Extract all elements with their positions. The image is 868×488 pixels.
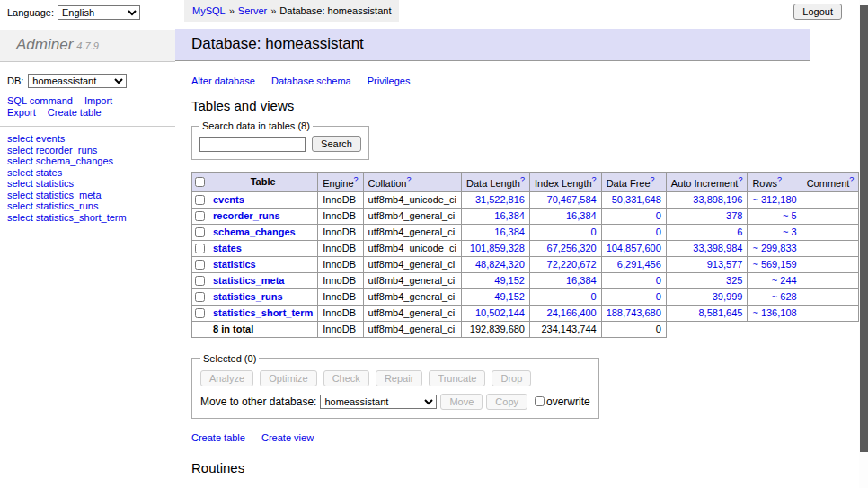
sidebar-item-select-recorder-runs[interactable]: select recorder_runs: [7, 145, 175, 156]
row-checkbox[interactable]: [195, 227, 205, 237]
row-checkbox[interactable]: [195, 244, 205, 253]
table-name-link[interactable]: statistics_runs: [213, 291, 283, 302]
index-length-link[interactable]: 0: [591, 291, 597, 302]
auto-increment-link[interactable]: 33,398,984: [693, 243, 742, 253]
sidebar-item-select-events[interactable]: select events: [7, 133, 175, 145]
row-checkbox[interactable]: [195, 292, 205, 302]
column-help-link[interactable]: ?: [406, 175, 411, 184]
data-length-link[interactable]: 101,859,328: [470, 243, 525, 253]
sidebar-item-select-statistics-runs[interactable]: select statistics_runs: [7, 200, 175, 212]
sidebar-item-select-statistics-meta[interactable]: select statistics_meta: [7, 190, 175, 201]
sidebar-create-table-link[interactable]: Create table: [48, 107, 102, 118]
column-help-link[interactable]: ?: [354, 175, 359, 184]
language-select[interactable]: English: [58, 5, 140, 20]
column-help-link[interactable]: ?: [651, 175, 655, 184]
logout-button[interactable]: Logout: [793, 4, 842, 20]
sidebar-item-select-schema-changes[interactable]: select schema_changes: [7, 155, 175, 167]
data-free-link[interactable]: 0: [656, 275, 661, 286]
search-button[interactable]: Search: [312, 136, 361, 152]
row-checkbox[interactable]: [195, 260, 205, 270]
column-help-link[interactable]: ?: [592, 175, 597, 184]
data-length-link[interactable]: 10,502,144: [475, 307, 525, 318]
auto-increment-link[interactable]: 913,577: [707, 259, 743, 270]
index-length-link[interactable]: 16,384: [566, 275, 597, 286]
table-name-link[interactable]: events: [213, 194, 244, 205]
auto-increment-link[interactable]: 378: [726, 210, 742, 221]
data-free-link[interactable]: 0: [656, 210, 661, 221]
select-all-checkbox[interactable]: [195, 177, 205, 187]
column-help-link[interactable]: ?: [738, 175, 742, 184]
data-free-link[interactable]: 188,743,680: [607, 307, 661, 318]
rows-estimate-link[interactable]: ~ 136,108: [752, 307, 796, 318]
index-length-link[interactable]: 72,220,672: [547, 259, 597, 270]
index-length-link[interactable]: 24,166,400: [547, 307, 597, 318]
sidebar-export-link[interactable]: Export: [7, 107, 36, 118]
check-button[interactable]: Check: [323, 370, 369, 386]
table-name-link[interactable]: schema_changes: [213, 226, 296, 237]
index-length-link[interactable]: 67,256,320: [547, 243, 597, 253]
data-free-link[interactable]: 6,291,456: [617, 259, 661, 270]
rows-estimate-link[interactable]: ~ 5: [783, 210, 797, 221]
truncate-button[interactable]: Truncate: [429, 370, 485, 386]
scrollbar[interactable]: [859, 0, 868, 488]
index-length-link[interactable]: 16,384: [566, 210, 597, 221]
drop-button[interactable]: Drop: [492, 370, 531, 386]
db-select[interactable]: homeassistant: [28, 74, 127, 88]
auto-increment-link[interactable]: 6: [737, 226, 742, 237]
row-checkbox[interactable]: [195, 211, 205, 221]
rows-estimate-link[interactable]: ~ 3: [783, 226, 797, 237]
row-checkbox[interactable]: [195, 276, 205, 286]
rows-estimate-link[interactable]: ~ 299,833: [752, 243, 796, 253]
row-checkbox[interactable]: [195, 195, 205, 205]
sidebar-item-select-statistics-short-term[interactable]: select statistics_short_term: [7, 212, 175, 224]
rows-estimate-link[interactable]: ~ 312,180: [752, 194, 796, 205]
auto-increment-link[interactable]: 39,999: [713, 291, 743, 302]
copy-button[interactable]: Copy: [486, 394, 527, 410]
move-database-select[interactable]: homeassistant: [320, 395, 437, 409]
sidebar-item-select-statistics[interactable]: select statistics: [7, 178, 175, 190]
data-length-link[interactable]: 49,152: [494, 291, 525, 302]
row-checkbox[interactable]: [195, 308, 205, 318]
create-view-link[interactable]: Create view: [261, 432, 314, 443]
sidebar-item-select-states[interactable]: select states: [7, 167, 175, 179]
repair-button[interactable]: Repair: [376, 370, 422, 386]
auto-increment-link[interactable]: 33,898,196: [693, 194, 742, 205]
optimize-button[interactable]: Optimize: [260, 370, 316, 386]
column-help-link[interactable]: ?: [849, 175, 854, 184]
table-name-link[interactable]: statistics_meta: [213, 275, 285, 286]
overwrite-checkbox[interactable]: [535, 396, 545, 406]
auto-increment-link[interactable]: 8,581,645: [698, 307, 742, 318]
data-free-link[interactable]: 0: [656, 291, 661, 302]
alter-database-link[interactable]: Alter database: [191, 75, 255, 86]
data-length-link[interactable]: 31,522,816: [475, 194, 525, 205]
breadcrumb-mysql-link[interactable]: MySQL: [192, 5, 226, 16]
sidebar-import-link[interactable]: Import: [84, 95, 112, 106]
create-table-link[interactable]: Create table: [191, 432, 245, 443]
data-length-link[interactable]: 49,152: [494, 275, 525, 286]
column-help-link[interactable]: ?: [520, 175, 525, 184]
data-length-link[interactable]: 16,384: [494, 210, 525, 221]
database-schema-link[interactable]: Database schema: [271, 75, 351, 86]
data-free-link[interactable]: 0: [656, 226, 661, 237]
data-length-link[interactable]: 48,824,320: [475, 259, 525, 270]
scrollbar-thumb[interactable]: [860, 5, 868, 452]
breadcrumb-server-link[interactable]: Server: [238, 5, 267, 16]
index-length-link[interactable]: 70,467,584: [547, 194, 597, 205]
index-length-link[interactable]: 0: [591, 226, 597, 237]
data-free-link[interactable]: 50,331,648: [612, 194, 661, 205]
rows-estimate-link[interactable]: ~ 628: [772, 291, 797, 302]
rows-estimate-link[interactable]: ~ 244: [772, 275, 797, 286]
data-length-link[interactable]: 16,384: [494, 226, 525, 237]
table-name-link[interactable]: statistics: [213, 259, 256, 270]
data-free-link[interactable]: 104,857,600: [607, 243, 661, 253]
sidebar-sql-command-link[interactable]: SQL command: [7, 95, 73, 106]
table-name-link[interactable]: statistics_short_term: [213, 307, 313, 318]
table-name-link[interactable]: states: [213, 243, 242, 253]
rows-estimate-link[interactable]: ~ 569,159: [752, 259, 796, 270]
column-help-link[interactable]: ?: [777, 175, 782, 184]
privileges-link[interactable]: Privileges: [368, 75, 411, 86]
search-input[interactable]: [199, 137, 306, 152]
table-name-link[interactable]: recorder_runs: [213, 210, 280, 221]
auto-increment-link[interactable]: 325: [726, 275, 742, 286]
analyze-button[interactable]: Analyze: [200, 370, 253, 386]
